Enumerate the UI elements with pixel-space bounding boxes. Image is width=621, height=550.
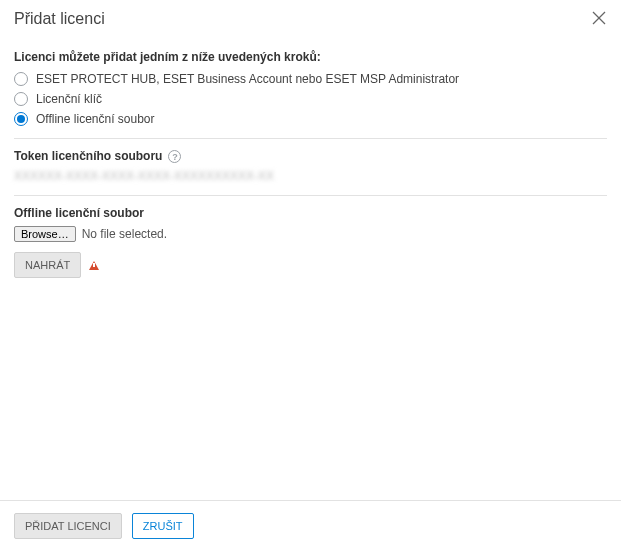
cancel-button[interactable]: ZRUŠIT (132, 513, 194, 539)
dialog-title: Přidat licenci (14, 10, 607, 28)
warning-icon (89, 261, 99, 270)
token-section-label: Token licenčního souboru ? (14, 149, 607, 163)
token-label-text: Token licenčního souboru (14, 149, 162, 163)
radio-label: ESET PROTECT HUB, ESET Business Account … (36, 72, 459, 86)
add-license-dialog: Přidat licenci Licenci můžete přidat jed… (0, 0, 621, 550)
divider (14, 195, 607, 196)
dialog-header: Přidat licenci (0, 0, 621, 40)
dialog-footer: PŘIDAT LICENCI ZRUŠIT (0, 500, 621, 550)
upload-row: NAHRÁT (14, 252, 607, 278)
offline-label-text: Offline licenční soubor (14, 206, 144, 220)
intro-text: Licenci můžete přidat jedním z níže uved… (14, 50, 607, 64)
dialog-body: Licenci můžete přidat jedním z níže uved… (0, 42, 621, 500)
close-icon[interactable] (591, 10, 607, 26)
divider (14, 138, 607, 139)
add-license-button[interactable]: PŘIDAT LICENCI (14, 513, 122, 539)
radio-option-hub[interactable]: ESET PROTECT HUB, ESET Business Account … (14, 72, 607, 86)
upload-button[interactable]: NAHRÁT (14, 252, 81, 278)
radio-icon (14, 112, 28, 126)
radio-option-license-key[interactable]: Licenční klíč (14, 92, 607, 106)
radio-label: Offline licenční soubor (36, 112, 155, 126)
radio-icon (14, 72, 28, 86)
offline-section-label: Offline licenční soubor (14, 206, 607, 220)
file-picker-row: Browse… No file selected. (14, 226, 607, 242)
radio-icon (14, 92, 28, 106)
radio-label: Licenční klíč (36, 92, 102, 106)
browse-button[interactable]: Browse… (14, 226, 76, 242)
file-status-text: No file selected. (82, 227, 167, 241)
token-value-blurred: XXXXXX-XXXX-XXXX-XXXX-XXXXXXXXXX-XX (14, 169, 607, 183)
radio-option-offline-file[interactable]: Offline licenční soubor (14, 112, 607, 126)
help-icon[interactable]: ? (168, 150, 181, 163)
